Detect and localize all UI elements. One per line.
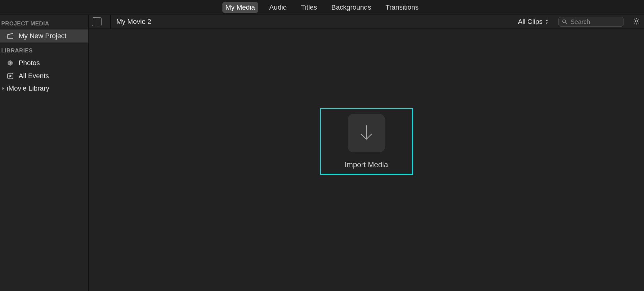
content-toolbar: My Movie 2 All Clips xyxy=(89,15,644,29)
tab-transitions[interactable]: Transitions xyxy=(382,2,422,13)
import-icon-box xyxy=(348,114,385,152)
svg-point-10 xyxy=(11,61,12,63)
sidebar-item-project[interactable]: My New Project xyxy=(0,29,88,43)
sidebar-item-label: All Events xyxy=(19,72,49,80)
star-icon xyxy=(6,72,14,80)
sidebar-item-imovie-library[interactable]: iMovie Library xyxy=(0,83,88,94)
download-arrow-icon xyxy=(357,122,375,145)
sidebar-header-project-media: PROJECT MEDIA xyxy=(0,19,88,29)
sidebar-item-label: iMovie Library xyxy=(7,84,49,92)
svg-line-15 xyxy=(565,22,566,24)
settings-button[interactable] xyxy=(632,17,642,27)
media-browser-viewport: Import Media xyxy=(89,29,644,291)
svg-point-12 xyxy=(11,63,12,65)
sidebar-header-libraries: LIBRARIES xyxy=(0,46,88,56)
sidebar-item-photos[interactable]: Photos xyxy=(0,56,88,69)
gear-icon xyxy=(633,17,641,26)
clapperboard-icon xyxy=(6,32,14,40)
sidebar-item-label: Photos xyxy=(19,59,40,67)
chevron-right-icon xyxy=(1,87,6,90)
tab-backgrounds[interactable]: Backgrounds xyxy=(328,2,374,13)
photos-icon xyxy=(6,59,14,67)
body: PROJECT MEDIA My New Project LIBRARIES xyxy=(0,15,644,291)
svg-point-4 xyxy=(9,62,11,64)
clips-filter-label: All Clips xyxy=(518,18,543,26)
svg-point-11 xyxy=(8,63,10,65)
updown-chevron-icon xyxy=(545,19,548,24)
svg-point-16 xyxy=(636,20,638,22)
import-media-button[interactable]: Import Media xyxy=(320,108,413,175)
import-media-label: Import Media xyxy=(345,160,388,169)
svg-point-14 xyxy=(563,20,566,23)
clips-filter-dropdown[interactable]: All Clips xyxy=(514,18,552,26)
project-title: My Movie 2 xyxy=(110,15,151,29)
sidebar: PROJECT MEDIA My New Project LIBRARIES xyxy=(0,15,89,291)
tab-titles[interactable]: Titles xyxy=(298,2,320,13)
sidebar-item-all-events[interactable]: All Events xyxy=(0,69,88,83)
sidebar-panel-icon xyxy=(92,18,95,26)
search-field[interactable] xyxy=(558,17,624,27)
svg-point-9 xyxy=(8,61,10,63)
tab-audio[interactable]: Audio xyxy=(266,2,290,13)
app-root: My Media Audio Titles Backgrounds Transi… xyxy=(0,0,644,291)
sidebar-item-label: My New Project xyxy=(19,32,66,40)
search-icon xyxy=(562,19,567,25)
content-area: My Movie 2 All Clips xyxy=(89,15,644,291)
svg-rect-0 xyxy=(7,35,13,38)
tab-my-media[interactable]: My Media xyxy=(222,2,258,13)
toggle-sidebar-button[interactable] xyxy=(92,17,102,26)
top-tab-bar: My Media Audio Titles Backgrounds Transi… xyxy=(0,0,644,15)
